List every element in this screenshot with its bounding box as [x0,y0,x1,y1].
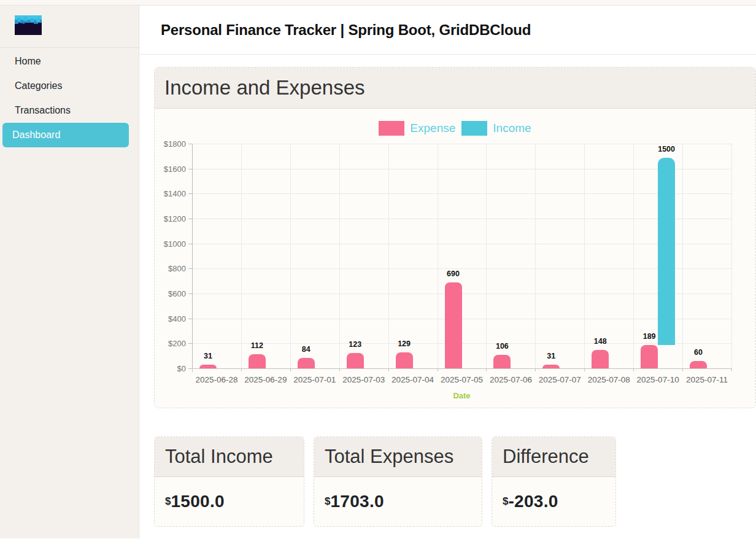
y-axis-label: $0 [154,364,186,373]
y-axis-label: $1400 [154,189,186,198]
sidebar: Home Categories Transactions Dashboard [0,6,139,538]
legend-entry-income[interactable]: Income [461,121,531,136]
difference-card: Difference $-203.0 [492,436,616,527]
difference-title: Difference [503,446,589,468]
bar-value-label: 112 [237,341,277,350]
expense-bar [298,358,315,368]
x-axis-label: 2025-07-07 [539,375,581,384]
legend-label-income: Income [493,122,531,135]
expense-bar [542,365,560,368]
x-axis-label: 2025-07-03 [342,375,385,384]
total-income-title: Total Income [165,446,273,468]
bar-value-label: 123 [336,340,375,349]
income-bar [658,158,675,345]
x-axis-label: 2025-06-28 [195,375,237,384]
main-column: Personal Finance Tracker | Spring Boot, … [139,6,756,538]
expense-bar [445,282,462,368]
bar-value-label: 129 [385,339,424,348]
y-axis-line [192,144,193,372]
bar-value-label: 31 [188,352,228,360]
total-income-body: $1500.0 [155,477,304,526]
income-swatch-icon [461,121,487,136]
summary-row: Total Income $1500.0 Total Expenses $170… [154,436,756,527]
chart-body: Expense Income $0$200$400$600$800$1000$1… [155,109,755,408]
sidebar-nav: Home Categories Transactions Dashboard [0,49,139,147]
bar-value-label: 106 [482,342,522,351]
y-axis-label: $1000 [154,239,186,248]
total-expenses-title: Total Expenses [325,446,453,468]
difference-header: Difference [492,437,615,477]
x-axis-label: 2025-07-05 [441,375,483,384]
total-income-header: Total Income [155,437,304,477]
expense-bar [347,353,364,368]
x-axis-label: 2025-07-04 [392,375,434,384]
chart-title: Income and Expenses [164,76,365,99]
bar-value-label: 690 [434,270,473,278]
bar-value-label: 148 [580,337,620,346]
difference-body: $-203.0 [492,477,615,526]
chart-card-header: Income and Expenses [155,68,755,109]
y-axis-label: $600 [154,289,186,298]
total-income-value: 1500.0 [171,492,224,511]
legend-entry-expense[interactable]: Expense [379,121,455,136]
app-layout: Home Categories Transactions Dashboard P… [0,6,756,538]
x-axis-label: 2025-07-10 [637,375,679,384]
expense-bar [199,365,217,368]
x-axis-label: 2025-07-06 [490,375,532,384]
expense-bar [249,354,266,368]
page-title: Personal Finance Tracker | Spring Boot, … [161,21,531,39]
y-axis-label: $800 [154,264,186,273]
total-expenses-body: $1703.0 [314,477,482,526]
bar-value-label: 31 [531,352,571,360]
expense-bar [690,361,707,368]
bar-value-label: 84 [287,345,326,354]
chart-card: Income and Expenses Expense Income $0$20 [154,67,756,408]
sidebar-divider [0,47,139,48]
total-income-card: Total Income $1500.0 [154,436,304,527]
total-expenses-header: Total Expenses [314,437,482,477]
currency-symbol: $ [503,495,508,508]
expense-bar [396,352,413,368]
x-axis-label: 2025-07-01 [293,375,336,384]
difference-value: -203.0 [508,492,558,511]
content-area: Income and Expenses Expense Income $0$20 [139,55,756,527]
total-expenses-value: 1703.0 [330,492,384,511]
x-axis-label: 2025-07-11 [686,375,728,384]
expense-bar [493,355,511,368]
x-axis-label: 2025-06-29 [244,375,287,384]
sidebar-item-transactions[interactable]: Transactions [2,98,129,123]
app-header: Personal Finance Tracker | Spring Boot, … [139,6,756,55]
bar-value-label: 60 [679,348,718,357]
currency-symbol: $ [165,495,171,508]
sidebar-item-categories[interactable]: Categories [2,74,129,98]
x-axis-label: 2025-07-08 [588,375,630,384]
logo-wrap[interactable] [0,6,139,42]
expense-swatch-icon [379,121,404,136]
legend-label-expense: Expense [410,122,455,135]
plot-area: $0$200$400$600$800$1000$1200$1400$1600$1… [192,144,731,368]
y-axis-label: $400 [154,314,186,323]
y-axis-label: $1600 [154,164,186,173]
y-axis-label: $200 [154,339,186,348]
logo-image [15,14,42,35]
x-axis-line [192,368,731,369]
chart-legend: Expense Income [155,121,755,136]
expense-bar [641,345,658,368]
sidebar-item-home[interactable]: Home [2,49,129,74]
total-expenses-card: Total Expenses $1703.0 [314,436,482,527]
expense-bar [592,350,609,368]
top-strip [0,0,756,6]
y-axis-label: $1800 [154,139,186,149]
sidebar-item-dashboard[interactable]: Dashboard [2,123,129,147]
bar-value-label: 1500 [647,145,686,153]
y-axis-label: $1200 [154,214,186,223]
currency-symbol: $ [325,495,330,508]
x-axis-title: Date [453,391,470,400]
